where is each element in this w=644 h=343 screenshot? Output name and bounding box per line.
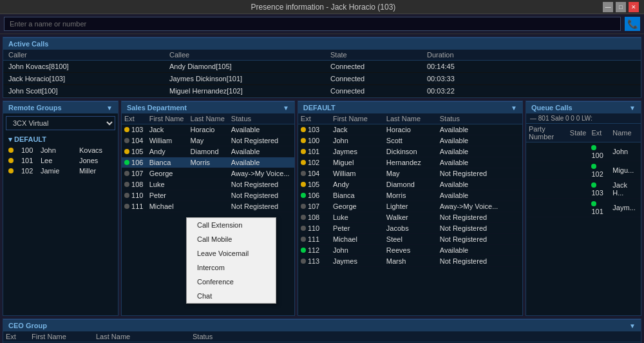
table-row[interactable]: 103Jack H... [526,180,641,199]
sales-firstname-header: First Name [147,113,188,124]
default-ext-header: Ext [298,113,330,124]
minimize-button[interactable]: — [603,2,613,12]
table-row[interactable]: 102Migu... [526,161,641,180]
table-row[interactable]: 107GeorgeLighterAway->My Voice... [298,201,522,212]
default-firstname-header: First Name [330,113,384,124]
context-call-mobile[interactable]: Call Mobile [187,232,276,246]
queue-calls-table-container: Party Number State Ext Name 100John 102M… [526,124,641,315]
default-panel: DEFAULT ▼ Ext First Name Last Name Statu… [298,101,523,316]
active-calls-header: Active Calls [3,37,641,50]
default-panel-header: DEFAULT ▼ [298,101,522,113]
ceo-group-table: Ext First Name Last Name Status 103JackH… [3,331,641,343]
sales-dept-table-header-row: Ext First Name Last Name Status [122,113,294,124]
callee-col-header: Callee [169,51,330,59]
queue-calls-rows: 100John 102Migu... 103Jack H... 101Jaym.… [526,142,641,217]
queue-table-header-row: Party Number State Ext Name [526,124,641,142]
table-row[interactable]: 100JohnScottAvailable [298,135,522,146]
tree-group-default[interactable]: ▾ DEFAULT [3,134,118,145]
ceo-group-title: CEO Group [8,322,47,329]
remote-group-items: 100JohnKovacs101LeeJones102JamieMiller [3,145,118,176]
state-col-header: State [330,51,427,59]
party-number-header: Party Number [526,124,567,142]
queue-name-header: Name [610,124,641,142]
table-row[interactable]: 100John [526,142,641,161]
table-row[interactable]: 111MichaelSteelNot Registered [298,234,522,245]
default-panel-arrow: ▼ [511,104,517,112]
table-row[interactable]: 101Jaym... [526,199,641,217]
sales-dept-header: Sales Department ▼ [122,101,294,113]
queue-ext-header: Ext [589,124,610,142]
table-row[interactable]: 106BiancaMorrisAvailable [298,190,522,201]
table-row[interactable]: 107GeorgeAway->My Voice... [122,168,294,179]
ceo-group-section: CEO Group ▼ Ext First Name Last Name Sta… [3,318,641,343]
bottom-panels: Remote Groups ▼ 3CX Virtual ▾ DEFAULT 10… [3,101,641,316]
ceo-group-arrow: ▼ [629,322,636,329]
remote-groups-title: Remote Groups [8,104,62,112]
table-row[interactable]: 111MichaelNot Registered [122,201,294,212]
maximize-button[interactable]: □ [616,2,626,12]
queue-calls-panel: Queue Calls ▼ — 801 Sale 0 0 0 LW: Party… [526,101,641,316]
sales-dept-title: Sales Department [127,104,187,112]
table-row[interactable]: 104WilliamMayNot Registered [122,135,294,146]
active-calls-title: Active Calls [8,40,48,48]
ceo-ext-header: Ext [3,331,29,342]
sales-dept-table: Ext First Name Last Name Status 103JackH… [122,113,294,212]
context-intercom[interactable]: Intercom [187,260,276,275]
context-call-extension[interactable]: Call Extension [187,218,276,232]
table-row[interactable]: 105AndyDiamondAvailable [122,146,294,157]
default-panel-rows: 103JackHoracioAvailable 100JohnScottAvai… [298,124,522,267]
sales-lastname-header: Last Name [188,113,229,124]
context-chat[interactable]: Chat [187,289,276,303]
table-row[interactable]: 110PeterNot Registered [122,190,294,201]
remote-groups-select[interactable]: 3CX Virtual [6,116,115,130]
table-row[interactable]: 103JackHoracioAvailable [298,124,522,135]
default-status-header: Status [437,113,522,124]
queue-calls-arrow: ▼ [629,104,636,112]
context-conference[interactable]: Conference [187,275,276,289]
sales-dept-rows: 103JackHoracioAvailable 104WilliamMayNot… [122,124,294,212]
queue-calls-title: Queue Calls [531,104,573,112]
table-row[interactable]: 102MiguelHernandezAvailable [298,157,522,168]
ceo-table-header-row: Ext First Name Last Name Status [3,331,641,342]
searchbar: 📞 [0,14,644,34]
context-leave-voicemail[interactable]: Leave Voicemail [187,246,276,260]
default-lastname-header: Last Name [384,113,437,124]
context-menu: Call Extension Call Mobile Leave Voicema… [186,217,276,304]
queue-calls-header: Queue Calls ▼ [526,101,641,113]
default-panel-table: Ext First Name Last Name Status 103JackH… [298,113,522,267]
table-row[interactable]: 110PeterJacobsNot Registered [298,223,522,234]
active-calls-table-header: Caller Callee State Duration [3,50,641,61]
sales-status-header: Status [229,113,294,124]
table-row[interactable]: 101JaymesDickinsonAvailable [298,146,522,157]
titlebar: Presence information - Jack Horacio (103… [0,0,644,14]
table-row[interactable]: 103JackHoracioAvailable [122,124,294,135]
table-row[interactable]: 105AndyDiamondAvailable [298,179,522,190]
table-row[interactable]: 108LukeWalkerNot Registered [298,212,522,223]
list-item[interactable]: 101LeeJones [3,155,118,166]
table-row[interactable]: 108LukeNot Registered [122,179,294,190]
table-row[interactable]: John Kovacs[8100]Andy Diamond[105]Connec… [3,61,641,73]
table-row[interactable]: Jack Horacio[103]Jaymes Dickinson[101]Co… [3,73,641,85]
table-row[interactable]: 106BiancaMorrisAvailable [122,157,294,168]
remote-groups-header: Remote Groups ▼ [3,101,118,113]
main-content: Active Calls Caller Callee State Duratio… [0,34,644,343]
list-item[interactable]: 100JohnKovacs [3,145,118,155]
sales-dept-panel: Sales Department ▼ Ext First Name Last N… [121,101,295,316]
table-row[interactable]: 113JaymesMarshNot Registered [298,256,522,267]
table-row[interactable]: John Scott[100]Miguel Hernandez[102]Conn… [3,85,641,97]
queue-header-bar: — 801 Sale 0 0 0 LW: [526,113,641,124]
ceo-group-header: CEO Group ▼ [3,319,641,331]
queue-info: — 801 Sale 0 0 0 LW: [530,115,592,122]
group-tree: ▾ DEFAULT 100JohnKovacs101LeeJones102Jam… [3,133,118,315]
ceo-lastname-header: Last Name [93,331,190,342]
search-input[interactable] [4,17,621,31]
close-button[interactable]: ✕ [629,2,639,12]
table-row[interactable]: 104WilliamMayNot Registered [298,168,522,179]
list-item[interactable]: 102JamieMiller [3,166,118,176]
table-row[interactable]: 112JohnReevesAvailable [298,245,522,256]
ceo-group-table-container: Ext First Name Last Name Status 103JackH… [3,331,641,343]
phone-button[interactable]: 📞 [625,17,640,31]
sales-dept-arrow: ▼ [283,104,289,112]
queue-calls-table: Party Number State Ext Name 100John 102M… [526,124,641,217]
caller-col-header: Caller [8,51,169,59]
